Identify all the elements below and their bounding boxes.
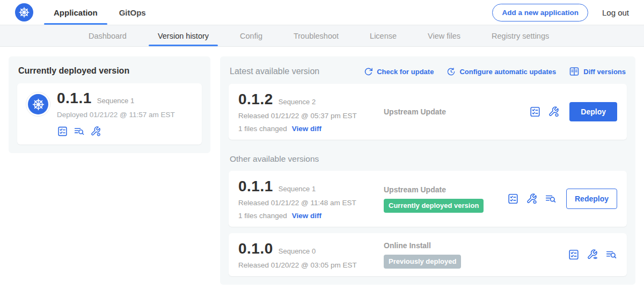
preflight-checks-icon[interactable] bbox=[57, 126, 68, 137]
deploy-button[interactable]: Deploy bbox=[569, 102, 617, 121]
edit-config-icon[interactable] bbox=[90, 126, 101, 137]
clock-refresh-icon bbox=[447, 67, 456, 76]
other-available-title: Other available versions bbox=[230, 154, 626, 164]
released-timestamp: Released 01/21/22 @ 05:37 pm EST bbox=[238, 112, 384, 120]
sequence-label: Sequence 0 bbox=[279, 247, 316, 255]
check-for-update-link[interactable]: Check for update bbox=[364, 67, 434, 76]
version-history-page: Currently deployed version 0.1.1 Sequenc… bbox=[0, 47, 644, 294]
refresh-icon bbox=[364, 67, 373, 76]
deploy-logs-icon[interactable] bbox=[74, 126, 85, 137]
subnav-tab-registry-settings[interactable]: Registry settings bbox=[476, 25, 565, 46]
diff-icon bbox=[569, 66, 580, 77]
subnav-tab-license[interactable]: License bbox=[354, 25, 412, 46]
subnav-tab-dashboard[interactable]: Dashboard bbox=[73, 25, 142, 46]
header-right: Add a new application Log out bbox=[492, 0, 629, 25]
logout-link[interactable]: Log out bbox=[602, 8, 629, 17]
redeploy-button[interactable]: Redeploy bbox=[566, 189, 617, 209]
deployed-sequence-label: Sequence 1 bbox=[97, 97, 134, 105]
check-for-update-label: Check for update bbox=[377, 68, 434, 76]
latest-available-title: Latest available version bbox=[230, 67, 319, 76]
files-changed-label: 1 files changed bbox=[238, 212, 287, 220]
currently-deployed-badge: Currently deployed version bbox=[384, 199, 484, 213]
available-versions-panel: Latest available version Check for updat… bbox=[220, 56, 635, 285]
version-number: 0.1.1 bbox=[238, 178, 273, 195]
app-header: Application GitOps Add a new application… bbox=[0, 0, 644, 25]
deploy-logs-icon[interactable] bbox=[545, 193, 557, 205]
sequence-label: Sequence 1 bbox=[279, 185, 316, 193]
add-new-application-button[interactable]: Add a new application bbox=[492, 4, 588, 21]
files-changed-label: 1 files changed bbox=[238, 125, 287, 133]
diff-versions-label: Diff versions bbox=[583, 68, 626, 76]
diff-versions-link[interactable]: Diff versions bbox=[569, 66, 626, 77]
configure-automatic-updates-label: Configure automatic updates bbox=[459, 68, 556, 76]
subnav-tab-version-history[interactable]: Version history bbox=[142, 25, 224, 46]
currently-deployed-title: Currently deployed version bbox=[18, 66, 201, 76]
version-number: 0.1.2 bbox=[238, 91, 273, 108]
released-timestamp: Released 01/21/22 @ 11:48 am EST bbox=[238, 199, 384, 207]
configure-automatic-updates-link[interactable]: Configure automatic updates bbox=[447, 67, 556, 76]
kubernetes-logo-icon bbox=[15, 3, 33, 21]
edit-config-icon[interactable] bbox=[526, 193, 538, 205]
currently-deployed-panel: Currently deployed version 0.1.1 Sequenc… bbox=[9, 56, 210, 153]
deployed-version-number: 0.1.1 bbox=[57, 90, 92, 107]
version-card-0-1-1: 0.1.1 Sequence 1 Released 01/21/22 @ 11:… bbox=[229, 171, 627, 227]
header-tabs: Application GitOps bbox=[43, 0, 157, 25]
deploy-logs-icon[interactable] bbox=[605, 249, 617, 261]
version-source-label: Online Install bbox=[384, 241, 561, 250]
view-diff-link[interactable]: View diff bbox=[292, 125, 321, 133]
released-timestamp: Released 01/20/22 @ 03:05 pm EST bbox=[238, 261, 384, 269]
subnav-tab-view-files[interactable]: View files bbox=[412, 25, 476, 46]
edit-config-icon[interactable] bbox=[548, 106, 560, 118]
tab-gitops[interactable]: GitOps bbox=[108, 0, 157, 25]
app-icon bbox=[26, 92, 50, 117]
deployed-timestamp: Deployed 01/21/22 @ 11:57 am EST bbox=[57, 111, 175, 119]
tab-application[interactable]: Application bbox=[43, 0, 108, 25]
sequence-label: Sequence 2 bbox=[279, 98, 316, 106]
subnav-tab-troubleshoot[interactable]: Troubleshoot bbox=[278, 25, 354, 46]
version-source-label: Upstream Update bbox=[384, 107, 523, 116]
version-card-0-1-0: 0.1.0 Sequence 0 Released 01/20/22 @ 03:… bbox=[229, 233, 627, 276]
preflight-checks-icon[interactable] bbox=[529, 106, 541, 118]
app-subnav: Dashboard Version history Config Trouble… bbox=[0, 25, 644, 47]
app-logo bbox=[15, 0, 33, 25]
view-diff-link[interactable]: View diff bbox=[292, 212, 321, 220]
currently-deployed-card: 0.1.1 Sequence 1 Deployed 01/21/22 @ 11:… bbox=[17, 83, 202, 145]
preflight-checks-icon[interactable] bbox=[507, 193, 519, 205]
previously-deployed-badge: Previously deployed bbox=[384, 255, 461, 269]
subnav-tab-config[interactable]: Config bbox=[224, 25, 278, 46]
version-source-label: Upstream Update bbox=[384, 185, 501, 194]
preflight-checks-icon[interactable] bbox=[568, 249, 580, 261]
version-number: 0.1.0 bbox=[238, 240, 273, 257]
kubernetes-app-icon bbox=[28, 94, 48, 114]
version-card-0-1-2: 0.1.2 Sequence 2 Released 01/21/22 @ 05:… bbox=[229, 84, 627, 140]
view-config-icon[interactable] bbox=[587, 249, 598, 261]
